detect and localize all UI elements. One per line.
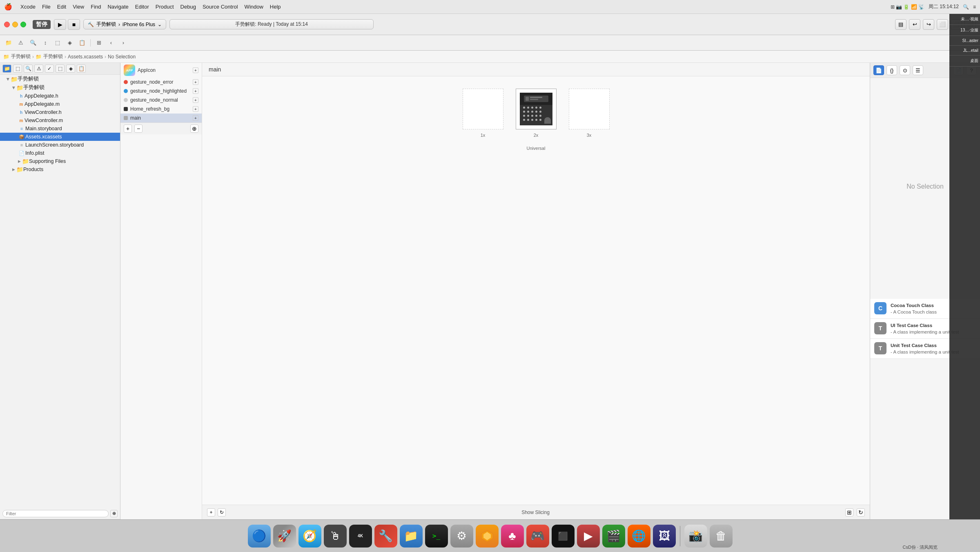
search-icon[interactable]: 🔍 (963, 4, 969, 10)
asset-gesture-normal[interactable]: gesture_node_normal + (120, 96, 202, 105)
nav-git-icon[interactable]: ↕ (40, 38, 51, 47)
close-button[interactable] (4, 22, 10, 27)
asset-appicon[interactable]: APP AppIcon + (120, 63, 202, 78)
overlay-item-4[interactable]: 桌面 (949, 56, 980, 67)
nav-icon-breakpoints[interactable]: ◈ (66, 65, 75, 73)
dock-tools[interactable]: 🔧 (374, 525, 397, 548)
nav-file-appdelegate-m[interactable]: m AppDelegate.m (0, 100, 120, 108)
dock-prefs[interactable]: ⚙ (450, 525, 473, 548)
dock-finder[interactable]: 🔵 (248, 525, 271, 548)
minimize-button[interactable] (12, 22, 18, 27)
nav-file-viewcontroller-h[interactable]: h ViewController.h (0, 108, 120, 116)
dock-trash[interactable]: 🗑 (710, 525, 733, 548)
slot-box-2x[interactable] (516, 89, 557, 129)
menu-product[interactable]: Product (152, 4, 177, 10)
view-toggle-1[interactable]: ▤ (895, 19, 906, 30)
nav-file-viewcontroller-m[interactable]: m ViewController.m (0, 116, 120, 125)
slot-box-3x[interactable] (569, 89, 610, 129)
nav-warn-icon[interactable]: ⚠ (16, 38, 26, 47)
dock-safari[interactable]: 🧭 (298, 525, 321, 548)
grid-icon-btn[interactable]: ⊞ (845, 508, 853, 516)
add-nav-item[interactable]: ⊕ (110, 510, 118, 517)
view-toggle-3[interactable]: ↪ (923, 19, 934, 30)
nav-folder-products[interactable]: ▶ 📁 Products (0, 165, 120, 174)
nav-grid-icon[interactable]: ⊞ (94, 38, 104, 47)
bc-item-1[interactable]: 手势解锁 (11, 53, 31, 60)
asset-add-icon[interactable]: + (193, 97, 198, 103)
scheme-selector[interactable]: 🔨 手势解锁 › iPhone 6s Plus ⌄ (83, 19, 166, 29)
dock-mouse[interactable]: 🖱 (324, 525, 347, 548)
menu-view[interactable]: View (69, 4, 87, 10)
nav-icon-report[interactable]: 📋 (77, 65, 86, 73)
dock-folder[interactable]: 📁 (400, 525, 423, 548)
bc-item-2[interactable]: 手势解锁 (43, 53, 63, 60)
slot-box-1x[interactable] (463, 89, 503, 129)
stop-button[interactable]: ■ (68, 19, 80, 30)
identity-inspector-icon[interactable]: ⊙ (900, 65, 910, 75)
dock-img[interactable]: 🖼 (653, 525, 676, 548)
filter-input[interactable] (2, 510, 109, 517)
nav-file-appdelegate-h[interactable]: h AppDelegate.h (0, 92, 120, 100)
menu-xcode[interactable]: Xcode (17, 4, 39, 10)
attr-inspector-icon[interactable]: ☰ (913, 65, 923, 75)
file-inspector-icon[interactable]: 📄 (873, 65, 884, 75)
menu-edit[interactable]: Edit (54, 4, 69, 10)
add-asset-button[interactable]: + (124, 125, 132, 133)
menu-find[interactable]: Find (87, 4, 104, 10)
show-slicing-button[interactable]: Show Slicing (521, 510, 550, 515)
menu-window[interactable]: Window (241, 4, 267, 10)
nav-project-item[interactable]: ▶ 📁 手势解锁 (0, 83, 120, 92)
nav-icon-debug[interactable]: ⬚ (56, 65, 65, 73)
overlay-item-0[interactable]: 未…·视频 (949, 14, 980, 25)
dock-launchpad[interactable]: 🚀 (273, 525, 296, 548)
nav-report-icon[interactable]: 📋 (77, 38, 87, 47)
refresh-btn[interactable]: ↻ (857, 508, 865, 516)
menu-help[interactable]: Help (267, 4, 284, 10)
view-standard[interactable]: ⬜ (937, 19, 948, 30)
dock-terminal[interactable]: >_ (425, 525, 448, 548)
dock-editor[interactable]: ⬛ (552, 525, 575, 548)
remove-asset-button[interactable]: − (134, 125, 143, 133)
nav-icon-symbols[interactable]: ⬚ (13, 65, 22, 73)
menu-debug[interactable]: Debug (177, 4, 199, 10)
menu-icon[interactable]: ≡ (973, 4, 976, 10)
asset-gesture-error[interactable]: gesture_node_error + (120, 78, 202, 87)
asset-add-icon[interactable]: + (193, 79, 198, 85)
nav-root-item[interactable]: ▶ 📁 手势解锁 (0, 75, 120, 83)
view-toggle-2[interactable]: ↩ (909, 19, 920, 30)
dock-video[interactable]: ▶ (577, 525, 600, 548)
dock-browser[interactable]: 🌐 (628, 525, 650, 548)
asset-add-icon[interactable]: + (193, 106, 198, 112)
nav-back-icon[interactable]: ‹ (106, 38, 116, 47)
apple-menu[interactable]: 🍎 (4, 3, 12, 11)
nav-folder-icon[interactable]: 📁 (3, 38, 14, 47)
nav-file-assets[interactable]: 📦 Assets.xcassets (0, 133, 120, 141)
nav-breakpoint-icon[interactable]: ◈ (65, 38, 75, 47)
dock-app2[interactable]: 🎮 (526, 525, 549, 548)
asset-main[interactable]: main + (120, 114, 202, 122)
nav-forward-icon[interactable]: › (118, 38, 129, 47)
nav-file-infoplist[interactable]: 📄 Info.plist (0, 149, 120, 157)
overlay-item-2[interactable]: Sl...aster (949, 36, 980, 46)
run-button[interactable]: ▶ (54, 19, 66, 30)
dock-app1[interactable]: ♣ (501, 525, 524, 548)
asset-gesture-highlighted[interactable]: gesture_node_highlighted + (120, 87, 202, 96)
maximize-button[interactable] (20, 22, 26, 27)
nav-debug-icon[interactable]: ⬚ (52, 38, 63, 47)
bottom-refresh-btn[interactable]: ↻ (218, 508, 226, 516)
nav-icon-tests[interactable]: ✓ (45, 65, 54, 73)
filter-asset-button[interactable]: ⊕ (190, 125, 198, 133)
nav-file-launchscreen[interactable]: ≡ LaunchScreen.storyboard (0, 141, 120, 149)
asset-add-icon[interactable]: + (193, 67, 198, 73)
asset-add-icon[interactable]: + (193, 115, 198, 121)
asset-add-icon[interactable]: + (193, 88, 198, 94)
dock-screenshot[interactable]: 📸 (684, 525, 707, 548)
overlay-item-1[interactable]: 13…·业服 (949, 25, 980, 36)
nav-icon-find[interactable]: 🔍 (24, 65, 33, 73)
nav-file-main-storyboard[interactable]: ≡ Main.storyboard (0, 125, 120, 133)
dock-media[interactable]: 🎬 (602, 525, 625, 548)
asset-home-refresh[interactable]: Home_refresh_bg + (120, 105, 202, 114)
nav-icon-files[interactable]: 📁 (2, 65, 11, 73)
menu-file[interactable]: File (39, 4, 54, 10)
menu-source-control[interactable]: Source Control (199, 4, 241, 10)
